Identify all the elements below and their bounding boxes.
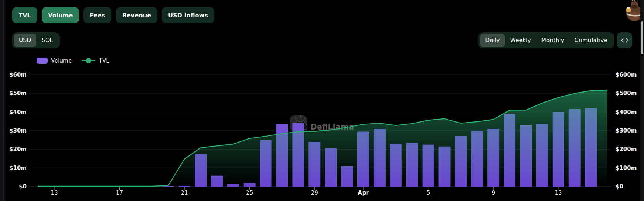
y-axis-label-left: $30m bbox=[9, 127, 27, 134]
interval-option-monthly[interactable]: Monthly bbox=[536, 34, 569, 47]
y-axis-label-left: $40m bbox=[9, 109, 27, 115]
x-axis-label: 13 bbox=[555, 190, 562, 196]
y-axis-label-right: $200m bbox=[615, 146, 637, 153]
currency-option-sol[interactable]: SOL bbox=[36, 34, 58, 47]
y-axis-label-left: $60m bbox=[9, 71, 27, 78]
scrollbar-thumb[interactable] bbox=[641, 21, 643, 54]
x-axis-label: Apr bbox=[358, 190, 369, 196]
metric-button-fees[interactable]: Fees bbox=[83, 7, 111, 23]
x-axis-label: 9 bbox=[491, 190, 495, 196]
y-axis-label-right: $300m bbox=[615, 127, 637, 134]
llama-mascot bbox=[623, 0, 643, 21]
interval-option-daily[interactable]: Daily bbox=[480, 34, 505, 47]
y-axis-label-right: $400m bbox=[615, 109, 637, 115]
y-axis-label-right: $100m bbox=[615, 165, 637, 171]
tvl-line-dot-icon bbox=[81, 58, 96, 64]
currency-toggle: USD SOL bbox=[12, 32, 60, 48]
metric-button-revenue[interactable]: Revenue bbox=[116, 7, 157, 23]
scrollbar-track[interactable] bbox=[640, 0, 644, 201]
x-axis-label: 17 bbox=[116, 190, 123, 196]
y-axis-label-left: $50m bbox=[9, 90, 27, 97]
y-axis-label-left: $0 bbox=[19, 183, 27, 190]
volume-swatch-icon bbox=[37, 58, 48, 64]
x-axis-label: 13 bbox=[51, 190, 58, 196]
x-axis-label: 29 bbox=[311, 190, 318, 196]
y-axis-label-right: $500m bbox=[615, 90, 637, 97]
interval-toggle: Daily Weekly Monthly Cumulative bbox=[478, 32, 614, 48]
interval-option-cumulative[interactable]: Cumulative bbox=[570, 34, 613, 47]
volume-tvl-chart[interactable]: $0$0$10m$100m$20m$200m$30m$300m$40m$400m… bbox=[0, 0, 644, 201]
x-axis-label: 21 bbox=[181, 190, 188, 196]
x-axis-label: 25 bbox=[246, 190, 253, 196]
x-axis-label: 5 bbox=[427, 190, 430, 196]
y-axis-label-right: $0 bbox=[615, 183, 623, 190]
chart-legend: Volume TVL bbox=[37, 57, 109, 64]
metric-button-tvl[interactable]: TVL bbox=[12, 7, 37, 23]
y-axis-label-left: $10m bbox=[9, 165, 27, 171]
chart-panel: $0$0$10m$100m$20m$200m$30m$300m$40m$400m… bbox=[0, 0, 644, 201]
y-axis-label-left: $20m bbox=[9, 146, 27, 153]
currency-option-usd[interactable]: USD bbox=[14, 34, 36, 47]
tvl-area bbox=[38, 90, 607, 187]
y-axis-label-right: $600m bbox=[615, 71, 637, 78]
legend-item-tvl[interactable]: TVL bbox=[81, 57, 109, 64]
legend-tvl-label: TVL bbox=[99, 57, 109, 64]
code-brackets-icon bbox=[620, 37, 630, 44]
metric-button-row: TVL Volume Fees Revenue USD Inflows bbox=[12, 7, 214, 23]
legend-volume-label: Volume bbox=[51, 57, 72, 64]
legend-item-volume[interactable]: Volume bbox=[37, 57, 72, 64]
embed-code-button[interactable] bbox=[617, 32, 632, 48]
interval-option-weekly[interactable]: Weekly bbox=[505, 34, 536, 47]
metric-button-volume[interactable]: Volume bbox=[42, 7, 79, 23]
metric-button-usd-inflows[interactable]: USD Inflows bbox=[162, 7, 214, 23]
